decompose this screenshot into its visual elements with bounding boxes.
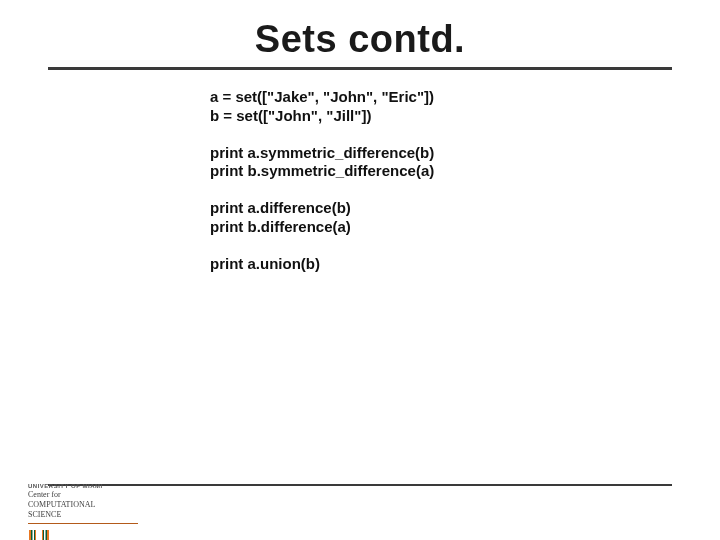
code-line: print a.union(b) [210,255,720,274]
code-line: a = set(["Jake", "John", "Eric"]) [210,88,720,107]
footer-underline [48,484,672,486]
code-content: a = set(["Jake", "John", "Eric"]) b = se… [210,88,720,273]
code-line: print a.difference(b) [210,199,720,218]
code-block-2: print a.symmetric_difference(b) print b.… [210,144,720,182]
footer-university: UNIVERSITY OF MIAMI [28,483,138,489]
footer: UNIVERSITY OF MIAMI Center for COMPUTATI… [28,483,138,540]
footer-separator [28,523,138,524]
footer-center-line: Center for [28,491,138,499]
code-line: print b.difference(a) [210,218,720,237]
title-underline [48,67,672,70]
code-line: print b.symmetric_difference(a) [210,162,720,181]
code-block-4: print a.union(b) [210,255,720,274]
code-line: print a.symmetric_difference(b) [210,144,720,163]
code-line: b = set(["John", "Jill"]) [210,107,720,126]
footer-center-line: COMPUTATIONAL [28,501,138,509]
code-block-1: a = set(["Jake", "John", "Eric"]) b = se… [210,88,720,126]
slide: Sets contd. a = set(["Jake", "John", "Er… [0,18,720,540]
um-u-logo-icon [28,530,138,540]
page-title: Sets contd. [0,18,720,61]
code-block-3: print a.difference(b) print b.difference… [210,199,720,237]
footer-center-line: SCIENCE [28,511,138,519]
